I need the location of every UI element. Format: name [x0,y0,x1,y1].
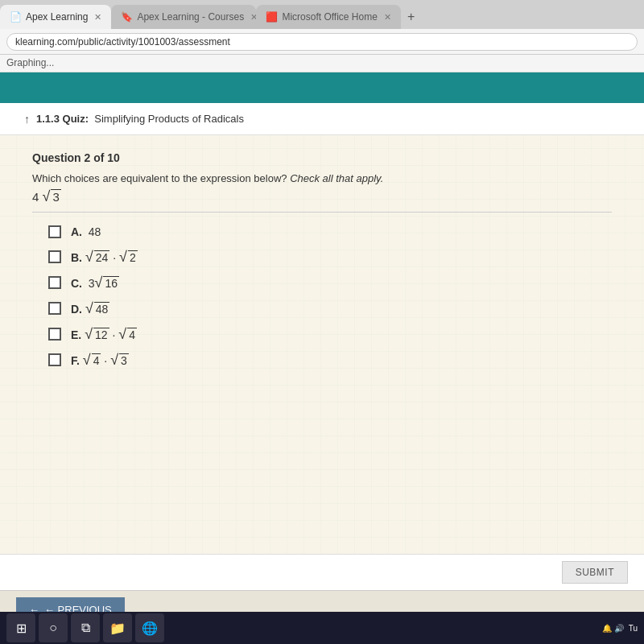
expression-coeff: 4 [32,190,39,204]
main-expression: 4 √ 3 [32,189,612,204]
option-b-rad2: √ 2 [119,250,138,264]
content-area: Question 2 of 10 Which choices are equiv… [0,135,644,554]
file-explorer[interactable]: 📁 [103,613,132,642]
browser-taskbar[interactable]: 🌐 [135,613,164,642]
tab-icon-2: 🔖 [121,11,133,23]
tab-close-2[interactable]: ✕ [250,12,256,23]
option-c-label: C. 3 √ 16 [71,275,119,290]
checkbox-c[interactable] [48,276,61,289]
option-f: F. √ 4 · √ 3 [48,353,612,367]
tab-close-3[interactable]: ✕ [384,12,391,23]
taskbar: ⊞ ○ ⧉ 📁 🌐 🔔 🔊 Tu [0,612,644,644]
search-taskbar[interactable]: ○ [39,613,68,642]
teal-header-bar [0,72,644,103]
submit-button[interactable]: SUBMIT [562,561,628,584]
option-d-label: D. √ 48 [71,301,109,316]
tab-apex-courses[interactable]: 🔖 Apex Learning - Courses ✕ [111,5,256,29]
checkbox-e[interactable] [48,328,61,341]
tab-bar: 📄 Apex Learning ✕ 🔖 Apex Learning - Cour… [0,0,644,29]
option-b-label: B. √ 24 · √ 2 [71,250,138,264]
breadcrumb-text: Graphing... [6,57,54,68]
tab-label-2: Apex Learning - Courses [137,11,244,23]
tab-icon-1: 📄 [10,11,22,23]
quiz-title-text: Simplifying Products of Radicals [94,113,244,125]
option-c: C. 3 √ 16 [48,275,612,290]
option-c-rad: √ 16 [95,275,119,290]
taskbar-time: Tu [629,624,638,633]
browser-chrome: 📄 Apex Learning ✕ 🔖 Apex Learning - Cour… [0,0,644,72]
question-instruction: Check all that apply. [290,172,383,184]
checkbox-a[interactable] [48,225,61,238]
quiz-icon: ↑ [24,113,30,126]
quiz-title: 1.1.3 Quiz: Simplifying Products of Radi… [36,113,244,125]
question-text: Which choices are equivalent to the expr… [32,172,612,184]
taskbar-icons: 🔔 🔊 [602,624,624,633]
checkbox-d[interactable] [48,302,61,315]
option-e-rad2: √ 4 [118,327,137,341]
footer-area: SUBMIT [0,554,644,590]
new-tab-button[interactable]: + [401,5,421,29]
option-d: D. √ 48 [48,301,612,316]
quiz-header: ↑ 1.1.3 Quiz: Simplifying Products of Ra… [0,103,644,135]
tab-apex-learning[interactable]: 📄 Apex Learning ✕ [0,5,111,29]
option-a: A. 48 [48,225,612,238]
option-f-label: F. √ 4 · √ 3 [71,353,129,367]
address-bar[interactable] [6,33,638,51]
option-b-rad1: √ 24 [85,250,109,264]
tab-close-1[interactable]: ✕ [94,12,101,23]
option-b: B. √ 24 · √ 2 [48,250,612,264]
option-d-rad: √ 48 [85,301,109,316]
checkbox-f[interactable] [48,353,61,366]
option-e-label: E. √ 12 · √ 4 [71,327,137,341]
option-f-rad2: √ 3 [110,353,129,367]
tab-label-1: Apex Learning [26,11,88,23]
tab-office[interactable]: 🟥 Microsoft Office Home ✕ [256,5,400,29]
expression-radical: √ 3 [43,189,61,204]
quiz-title-label: 1.1.3 Quiz: [36,113,89,125]
option-e-rad1: √ 12 [85,327,109,341]
taskbar-clock: Tu [629,624,638,633]
checkbox-b[interactable] [48,250,61,263]
taskbar-right: 🔔 🔊 Tu [602,624,638,633]
address-bar-row [0,29,644,55]
divider [32,212,612,213]
tab-icon-3: 🟥 [266,11,278,23]
option-a-label: A. 48 [71,225,101,238]
question-prompt: Which choices are equivalent to the expr… [32,172,287,184]
task-view[interactable]: ⧉ [71,613,100,642]
breadcrumb-bar: Graphing... [0,55,644,72]
option-f-rad1: √ 4 [83,353,101,367]
tab-label-3: Microsoft Office Home [282,11,377,23]
option-e: E. √ 12 · √ 4 [48,327,612,341]
start-button[interactable]: ⊞ [6,613,35,642]
question-number: Question 2 of 10 [32,151,612,164]
